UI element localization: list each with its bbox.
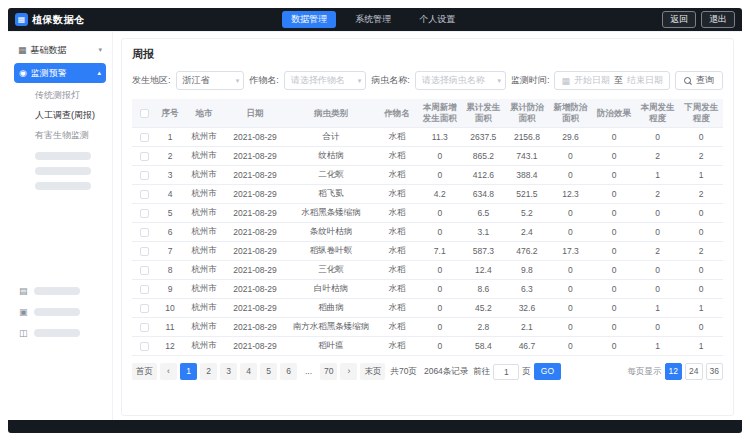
cell-index: 1	[156, 128, 184, 147]
nav-item[interactable]: 个人设置	[410, 11, 464, 28]
search-button[interactable]: 查询	[675, 71, 723, 90]
sidebar-item-redacted[interactable]	[35, 152, 91, 160]
row-checkbox[interactable]	[140, 171, 149, 180]
row-checkbox[interactable]	[140, 133, 149, 142]
row-checkbox[interactable]	[140, 190, 149, 199]
cell-value: 58.4	[462, 337, 506, 356]
date-range-picker[interactable]: ▦ 开始日期 至 结束日期	[554, 71, 670, 90]
select-all-header	[132, 99, 156, 128]
sidebar-item[interactable]: 有害生物监测	[8, 125, 112, 145]
region-select[interactable]: 浙江省 ▾	[176, 71, 245, 90]
row-checkbox-cell	[132, 185, 156, 204]
column-header: 下周发生程度	[679, 99, 723, 128]
cell-value: 476.2	[505, 242, 549, 261]
sidebar-group-active[interactable]: ◉监测预警▴	[14, 63, 106, 83]
cell-crop-name: 水稻	[376, 299, 418, 318]
last-page-button[interactable]: 末页	[360, 363, 385, 380]
cell-value: 0	[679, 280, 723, 299]
cell-index: 6	[156, 223, 184, 242]
column-header: 序号	[156, 99, 184, 128]
cell-value: 0	[592, 128, 636, 147]
sidebar-bottom-item[interactable]: ▤	[8, 280, 112, 301]
page-size-button[interactable]: 24	[685, 363, 702, 380]
cell-crop-name: 水稻	[376, 318, 418, 337]
page-button[interactable]: 3	[220, 363, 237, 380]
row-checkbox[interactable]	[140, 266, 149, 275]
prev-page-button[interactable]: ‹	[160, 363, 177, 380]
cell-value: 0	[418, 261, 462, 280]
cell-index: 8	[156, 261, 184, 280]
footer-bar	[8, 420, 742, 433]
nav-item[interactable]: 系统管理	[346, 11, 400, 28]
cell-index: 11	[156, 318, 184, 337]
report-card: 周报 发生地区: 浙江省 ▾ 作物名: 请选择作物名 ▾ 病虫名称: 请选择病虫…	[121, 38, 734, 416]
sidebar-bottom-item[interactable]: ▣	[8, 301, 112, 322]
row-checkbox[interactable]	[140, 285, 149, 294]
sidebar-item[interactable]: 人工调查(周报)	[8, 105, 112, 125]
row-checkbox-cell	[132, 242, 156, 261]
cell-index: 3	[156, 166, 184, 185]
select-all-checkbox[interactable]	[140, 109, 149, 118]
cell-value: 0	[679, 204, 723, 223]
cell-value: 2	[679, 147, 723, 166]
go-button[interactable]: GO	[534, 363, 561, 380]
page-button[interactable]: 4	[240, 363, 257, 380]
page-button[interactable]: 1	[180, 363, 197, 380]
row-checkbox[interactable]	[140, 304, 149, 313]
sidebar-item-redacted[interactable]	[35, 182, 91, 190]
page-button[interactable]: 6	[280, 363, 297, 380]
column-header: 作物名	[376, 99, 418, 128]
row-checkbox[interactable]	[140, 323, 149, 332]
crop-select[interactable]: 请选择作物名 ▾	[284, 71, 367, 90]
cell-date: 2021-08-29	[224, 280, 286, 299]
pest-select[interactable]: 请选择病虫名称 ▾	[415, 71, 506, 90]
page-size-button[interactable]: 12	[665, 363, 682, 380]
row-checkbox[interactable]	[140, 209, 149, 218]
monitor-icon: ◉	[19, 68, 27, 78]
sidebar-bottom-item[interactable]: ◫	[8, 322, 112, 343]
page-size-group: 每页显示 122436	[628, 363, 723, 380]
cell-value: 0	[418, 147, 462, 166]
table-row: 3杭州市2021-08-29二化螟水稻0412.6388.40011	[132, 166, 723, 185]
goto-page-input[interactable]	[493, 364, 519, 380]
report-table: 序号地市日期病虫类别作物名本周新增发生面积累计发生面积累计防治面积新增防治面积防…	[132, 99, 723, 356]
cell-value: 0	[549, 337, 593, 356]
first-page-button[interactable]: 首页	[132, 363, 157, 380]
next-page-button[interactable]: ›	[340, 363, 357, 380]
table-row: 4杭州市2021-08-29稻飞虱水稻4.2634.8521.512.3022	[132, 185, 723, 204]
cell-value: 6.3	[505, 280, 549, 299]
page-size-button[interactable]: 36	[706, 363, 723, 380]
cell-date: 2021-08-29	[224, 166, 286, 185]
sidebar-group-item[interactable]: ▦基础数据▾	[8, 39, 112, 61]
row-checkbox[interactable]	[140, 228, 149, 237]
cell-value: 0	[592, 223, 636, 242]
cell-value: 12.4	[462, 261, 506, 280]
page-button[interactable]: 70	[320, 363, 337, 380]
row-checkbox[interactable]	[140, 247, 149, 256]
more-pages-button[interactable]: ...	[300, 363, 317, 380]
back-button[interactable]: 返回	[662, 11, 696, 28]
page-button[interactable]: 2	[200, 363, 217, 380]
time-label: 监测时间:	[511, 74, 550, 87]
page-button[interactable]: 5	[260, 363, 277, 380]
cell-value: 1	[679, 337, 723, 356]
app-title: 植保数据仓	[32, 13, 85, 27]
column-header: 病虫类别	[286, 99, 376, 128]
row-checkbox[interactable]	[140, 342, 149, 351]
cell-value: 0	[636, 261, 680, 280]
column-header: 本周发生程度	[636, 99, 680, 128]
sidebar-item[interactable]: 传统测报灯	[8, 85, 112, 105]
logout-button[interactable]: 退出	[701, 11, 735, 28]
cell-value: 1	[679, 166, 723, 185]
page-size-label: 每页显示	[628, 366, 662, 378]
column-header: 累计发生面积	[462, 99, 506, 128]
row-checkbox-cell	[132, 261, 156, 280]
sidebar-item-redacted[interactable]	[35, 167, 91, 175]
cell-value: 0	[549, 147, 593, 166]
cell-pest-name: 二化螟	[286, 166, 376, 185]
chevron-down-icon: ▾	[358, 77, 362, 85]
row-checkbox[interactable]	[140, 152, 149, 161]
cell-index: 9	[156, 280, 184, 299]
cell-pest-name: 水稻黑条矮缩病	[286, 204, 376, 223]
nav-item[interactable]: 数据管理	[282, 11, 336, 28]
